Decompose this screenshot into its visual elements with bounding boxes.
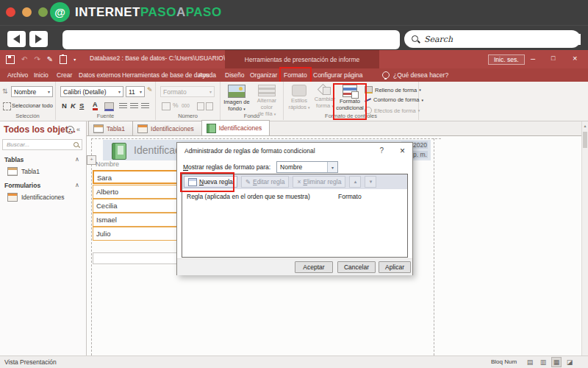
font-name-value: Calibri (Detalle): [63, 88, 117, 96]
align-right-button[interactable]: [141, 103, 149, 109]
form-logo-icon[interactable]: [112, 143, 126, 160]
column-header-nombre[interactable]: Nombre: [96, 160, 119, 168]
chevron-down-icon: ▾: [209, 89, 212, 94]
table-icon: [7, 167, 18, 176]
sign-in-button[interactable]: Inic. ses.: [488, 54, 525, 65]
form-cell-julio[interactable]: Julio: [93, 227, 188, 241]
thousands-format-icon: 000: [182, 103, 190, 108]
italic-button[interactable]: K: [71, 102, 76, 110]
show-rules-combo[interactable]: Nombre ▾: [276, 161, 338, 173]
clipboard-icon[interactable]: [60, 55, 67, 64]
collapse-group-icon[interactable]: ∧: [75, 182, 79, 188]
doc-tab-identificaciones-active[interactable]: Identificaciones: [201, 120, 270, 135]
up-arrow-icon: ▴: [354, 179, 357, 185]
redo-icon[interactable]: ↷: [34, 55, 40, 63]
scrollbar-thumb[interactable]: [583, 132, 587, 148]
minimize-button[interactable]: –: [531, 54, 535, 63]
nav-search-input[interactable]: [5, 141, 73, 149]
form-cell-cecilia[interactable]: Cecilia: [93, 199, 188, 213]
align-center-button[interactable]: [130, 103, 138, 109]
form-view-button[interactable]: ▤: [525, 357, 535, 367]
scroll-up-icon[interactable]: ▴: [582, 121, 588, 131]
search-box[interactable]: [404, 30, 581, 48]
accept-button[interactable]: Aceptar: [295, 261, 333, 273]
align-left-button[interactable]: [119, 103, 127, 109]
object-selector-combo[interactable]: Nombre ▾: [11, 86, 53, 97]
group-header-tablas[interactable]: Tablas: [4, 156, 24, 163]
tab-ayuda[interactable]: Ayuda: [198, 68, 216, 82]
minimize-traffic-light[interactable]: [22, 7, 32, 17]
tab-herramientas-bd[interactable]: Herramientas de base de datos: [122, 68, 209, 82]
format-painter-icon[interactable]: ✎: [47, 55, 53, 63]
pencil-icon: ✎: [245, 178, 251, 185]
tab-crear[interactable]: Crear: [57, 68, 72, 82]
delete-rule-label: Eliminar regla: [303, 178, 341, 185]
form-cell-empty[interactable]: [93, 252, 188, 264]
layout-view-button[interactable]: ▦: [551, 357, 562, 367]
tab-organizar[interactable]: Organizar: [250, 68, 277, 82]
qat-customize-icon[interactable]: ▾: [74, 57, 76, 62]
save-icon[interactable]: [6, 55, 15, 64]
close-traffic-light[interactable]: [6, 7, 15, 17]
help-icon[interactable]: ?: [379, 146, 384, 155]
increase-decimals-icon: [197, 102, 204, 110]
zoom-traffic-light[interactable]: [38, 7, 48, 17]
ribbon: ⇅ Nombre ▾ Seleccionar todo Selección Ca…: [0, 82, 588, 121]
select-all-button[interactable]: Seleccionar todo: [12, 102, 53, 109]
group-header-formularios[interactable]: Formularios: [4, 182, 40, 189]
forward-button[interactable]: [29, 31, 48, 47]
fill-color-button[interactable]: [104, 102, 114, 111]
close-icon[interactable]: ×: [400, 146, 405, 156]
collapse-group-icon[interactable]: ∧: [75, 156, 79, 163]
format-painter-icon[interactable]: ✎: [147, 86, 153, 93]
nav-pane-menu-icon[interactable]: ▾: [66, 126, 74, 134]
underline-button[interactable]: S: [79, 102, 84, 110]
tab-inicio[interactable]: Inicio: [34, 68, 49, 82]
form-cell-sara[interactable]: Sara: [93, 170, 188, 184]
doc-tab-tabla1[interactable]: Tabla1: [88, 121, 133, 135]
nav-search-box[interactable]: [2, 139, 82, 150]
tab-configurar-pagina[interactable]: Configurar página: [313, 68, 363, 82]
form-cell-alberto[interactable]: Alberto: [93, 185, 188, 199]
font-color-button[interactable]: A: [93, 102, 98, 110]
background-image-button[interactable]: Imagen de fondo ▾: [222, 85, 251, 112]
edit-rule-label: Editar regla: [253, 178, 284, 185]
shape-outline-button[interactable]: Contorno de forma ▾: [365, 96, 423, 103]
annotation-box-conditional-formatting: [333, 83, 367, 120]
font-name-combo[interactable]: Calibri (Detalle) ▾: [60, 86, 123, 97]
search-icon: [73, 141, 79, 148]
shape-fill-button[interactable]: Relleno de forma ▾: [365, 86, 421, 93]
dialog-title-bar[interactable]: Administrador de reglas de formato condi…: [177, 143, 412, 158]
sidebar-item-tabla1[interactable]: Tabla1: [7, 167, 40, 176]
tell-me-box[interactable]: ¿Qué desea hacer?: [393, 68, 448, 82]
vertical-scrollbar[interactable]: ▴: [581, 121, 588, 355]
undo-icon[interactable]: ↶: [21, 55, 27, 63]
address-bar[interactable]: [62, 30, 400, 49]
tab-datos-externos[interactable]: Datos externos: [79, 68, 121, 82]
table-icon: [93, 124, 104, 133]
doc-tab-label: Identificaciones: [219, 124, 262, 132]
chevron-down-icon[interactable]: ▾: [327, 162, 337, 172]
apply-button[interactable]: Aplicar: [379, 261, 411, 273]
design-view-button[interactable]: ◪: [564, 357, 575, 367]
group-label-fuente: Fuente: [56, 113, 155, 119]
tab-diseno[interactable]: Diseño: [225, 68, 244, 82]
shutter-bar-collapse-icon[interactable]: «: [76, 126, 80, 133]
wordmark-a: A: [176, 5, 186, 19]
rule-column-header: Regla (aplicada en el orden que se muest…: [187, 193, 310, 200]
back-button[interactable]: [7, 31, 26, 47]
tab-formato[interactable]: Formato: [281, 68, 310, 82]
group-label-numero: Número: [156, 113, 220, 119]
restore-button[interactable]: □: [551, 54, 555, 62]
cancel-button[interactable]: Cancelar: [337, 261, 376, 273]
browser-title-bar: @ INTERNETPASOAPASO: [0, 0, 588, 25]
font-size-combo[interactable]: 11 ▾: [126, 86, 145, 97]
form-cell-ismael[interactable]: Ismael: [93, 213, 188, 227]
doc-tab-identificaciones-form[interactable]: Identificaciones: [132, 121, 202, 135]
sidebar-item-identificaciones[interactable]: Identificaciones: [7, 193, 65, 202]
bold-button[interactable]: N: [62, 102, 67, 110]
tab-archivo[interactable]: Archivo: [7, 68, 28, 82]
search-input[interactable]: [423, 34, 581, 45]
close-button[interactable]: ×: [573, 54, 577, 63]
datasheet-view-button[interactable]: ▥: [538, 357, 548, 367]
